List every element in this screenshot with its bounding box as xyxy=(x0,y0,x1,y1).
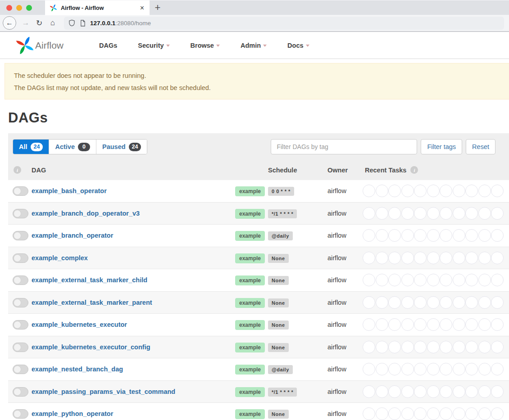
dag-link[interactable]: example_branch_dop_operator_v3 xyxy=(32,210,140,217)
task-status-circle xyxy=(414,229,427,242)
dag-link[interactable]: example_external_task_marker_parent xyxy=(32,299,152,306)
task-status-circle xyxy=(478,296,491,309)
schedule-badge[interactable]: None xyxy=(268,298,289,307)
task-status-circle xyxy=(440,385,452,398)
url-text: 127.0.0.1:28080/home xyxy=(90,20,151,27)
dag-tag-badge[interactable]: example xyxy=(235,298,265,308)
dag-link[interactable]: example_branch_operator xyxy=(32,232,113,239)
dag-tag-badge[interactable]: example xyxy=(235,320,265,330)
toggle-knob xyxy=(14,321,21,329)
maximize-window-button[interactable] xyxy=(26,5,32,11)
dag-pause-toggle[interactable] xyxy=(13,343,28,352)
schedule-badge[interactable]: None xyxy=(268,410,289,419)
forward-button[interactable]: → xyxy=(19,16,32,30)
task-status-circle xyxy=(465,318,478,331)
dag-pause-toggle[interactable] xyxy=(13,387,28,397)
warning-line-2: The DAGs list may not update, and new ta… xyxy=(14,84,500,91)
dag-link[interactable]: example_python_operator xyxy=(32,410,113,417)
task-status-circle xyxy=(414,274,427,286)
dag-link[interactable]: example_kubernetes_executor xyxy=(32,321,127,328)
owner-cell: airflow xyxy=(327,276,346,284)
dag-link[interactable]: example_nested_branch_dag xyxy=(32,366,123,373)
recent-tasks-cells xyxy=(363,207,504,220)
shield-icon[interactable] xyxy=(68,19,75,27)
dag-link[interactable]: example_passing_params_via_test_command xyxy=(32,388,175,395)
back-button[interactable]: ← xyxy=(3,16,16,30)
dag-pause-toggle[interactable] xyxy=(13,275,28,285)
dag-tag-badge[interactable]: example xyxy=(235,186,265,196)
browser-tab[interactable]: Airflow - Airflow × xyxy=(45,0,150,15)
reset-button[interactable]: Reset xyxy=(466,139,495,154)
dag-pause-toggle[interactable] xyxy=(13,409,28,419)
nav-item-admin[interactable]: Admin xyxy=(230,42,277,49)
schedule-badge[interactable]: None xyxy=(268,321,289,330)
dag-pause-toggle[interactable] xyxy=(13,186,28,196)
tab-paused[interactable]: Paused 24 xyxy=(96,140,147,154)
page-info-icon[interactable] xyxy=(80,20,86,27)
dag-pause-toggle[interactable] xyxy=(13,253,28,263)
nav-item-dags[interactable]: DAGs xyxy=(89,42,127,49)
tab-title: Airflow - Airflow xyxy=(61,5,139,11)
task-status-circle xyxy=(478,229,491,242)
task-status-circle xyxy=(401,207,414,220)
dag-tag-badge[interactable]: example xyxy=(235,409,265,419)
dag-link[interactable]: example_complex xyxy=(32,254,88,262)
close-window-button[interactable] xyxy=(6,5,12,11)
dag-tag-badge[interactable]: example xyxy=(235,275,265,285)
task-status-circle xyxy=(491,207,504,220)
airflow-brand[interactable]: Airflow xyxy=(15,36,64,55)
dag-tag-badge[interactable]: example xyxy=(235,231,265,241)
nav-item-security[interactable]: Security xyxy=(127,42,180,49)
table-row: example_branch_operator example @daily a… xyxy=(8,225,509,247)
dag-link[interactable]: example_external_task_marker_child xyxy=(32,276,147,284)
dag-tag-badge[interactable]: example xyxy=(235,365,265,375)
home-button[interactable]: ⌂ xyxy=(46,16,59,30)
nav-item-docs[interactable]: Docs xyxy=(277,42,319,49)
dag-tag-badge[interactable]: example xyxy=(235,343,265,352)
dag-tag-badge[interactable]: example xyxy=(235,209,265,219)
reload-button[interactable]: ↻ xyxy=(32,16,46,30)
new-tab-button[interactable]: + xyxy=(151,1,164,14)
tab-all[interactable]: All 24 xyxy=(13,140,49,154)
schedule-badge[interactable]: None xyxy=(268,254,289,263)
task-status-circle xyxy=(440,229,452,242)
dag-pause-toggle[interactable] xyxy=(13,320,28,330)
task-status-circle xyxy=(427,229,440,242)
task-status-circle xyxy=(363,274,375,286)
task-status-circle xyxy=(376,318,388,331)
task-status-circle xyxy=(465,296,478,309)
dag-pause-toggle[interactable] xyxy=(13,231,28,240)
schedule-badge[interactable]: */1 * * * * xyxy=(268,209,297,218)
dag-tag-badge[interactable]: example xyxy=(235,253,265,263)
tab-close-icon[interactable]: × xyxy=(139,5,145,12)
schedule-badge[interactable]: @daily xyxy=(268,365,293,374)
toggle-knob xyxy=(14,388,21,396)
schedule-badge[interactable]: @daily xyxy=(268,231,293,240)
dag-pause-toggle[interactable] xyxy=(13,365,28,374)
schedule-badge[interactable]: None xyxy=(268,276,289,285)
filter-tags-button[interactable]: Filter tags xyxy=(421,139,462,154)
dag-pause-toggle[interactable] xyxy=(13,209,28,218)
task-status-circle xyxy=(427,407,440,420)
info-icon[interactable]: i xyxy=(410,166,418,174)
tab-active[interactable]: Active 0 xyxy=(49,140,96,154)
dag-link[interactable]: example_bash_operator xyxy=(32,187,107,194)
dag-tag-badge[interactable]: example xyxy=(235,387,265,397)
dag-link[interactable]: example_kubernetes_executor_config xyxy=(32,343,150,351)
table-row: example_kubernetes_executor_config examp… xyxy=(8,336,509,359)
task-status-circle xyxy=(376,407,388,420)
url-bar[interactable]: 127.0.0.1:28080/home xyxy=(64,17,504,30)
toggle-knob xyxy=(14,410,21,418)
dag-pause-toggle[interactable] xyxy=(13,298,28,307)
tag-filter-input[interactable] xyxy=(271,139,417,154)
info-icon[interactable]: i xyxy=(14,166,21,174)
task-status-circle xyxy=(401,296,414,309)
schedule-badge[interactable]: 0 0 * * * xyxy=(268,187,294,196)
recent-tasks-cells xyxy=(363,229,504,242)
schedule-badge[interactable]: */1 * * * * xyxy=(268,388,297,397)
airflow-logo-icon xyxy=(15,36,34,55)
nav-item-browse[interactable]: Browse xyxy=(180,42,230,49)
minimize-window-button[interactable] xyxy=(16,5,22,11)
schedule-badge[interactable]: None xyxy=(268,343,289,352)
task-status-circle xyxy=(465,274,478,286)
